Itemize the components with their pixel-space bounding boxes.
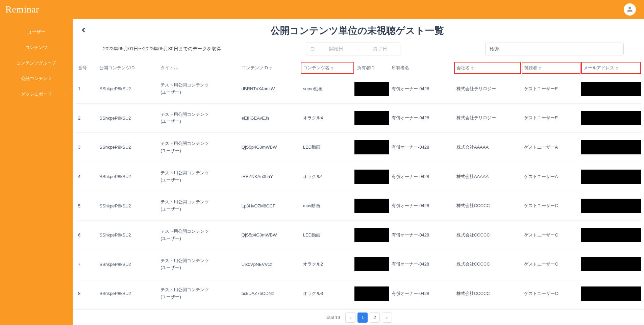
redacted-block [354,111,389,125]
date-range-note: 2022年05月01日〜2022年05月30日までのデータを取得 [103,46,221,52]
cell-title: テスト用公開コンテンツ(ユーザー) [158,103,239,133]
table-row: 1SShkpeP8kSU2テスト用公開コンテンツ(ユーザー)dBRNTuX4bm… [75,74,641,103]
date-range-picker[interactable]: 開始日 - 終了日 [306,43,400,55]
cell-cid: QjS5p4G3mWBW [239,220,300,250]
cell-cid: dBRNTuX4bmiW [239,74,300,103]
pagination-page-1[interactable]: 1 [357,312,368,323]
pagination-next[interactable]: › [382,312,392,323]
cell-company: 株式会社CCCCC [454,279,521,308]
cell-owner-id [354,74,389,103]
cell-title: テスト用公開コンテンツ(ユーザー) [158,162,239,191]
th-content-id[interactable]: コンテンツID [239,61,300,74]
cell-cname: オラクル4 [300,103,354,133]
cell-no: 8 [75,279,97,308]
cell-email [581,279,641,308]
cell-title: テスト用公開コンテンツ(ユーザー) [158,133,239,162]
sort-icon [331,67,333,70]
redacted-block [354,140,389,154]
cell-cname: LED動画 [300,220,354,250]
cell-pcid: SShkpeP8kSU2 [97,133,158,162]
th-label: メールアドレス [584,65,614,70]
cell-cname: オラクル2 [300,250,354,279]
cell-cid: QjS5p4G3mWBW [239,133,300,162]
sidebar-item-label: ユーザー [28,29,45,34]
cell-email [581,220,641,250]
cell-owner: 有償オーナー-0428 [389,250,454,279]
table-row: 4SShkpeP8kSU2テスト用公開コンテンツ(ユーザー)iREZNKAn0h… [75,162,641,191]
cell-viewer: ゲストユーザーC [521,250,580,279]
redacted-block [354,228,389,242]
sort-icon [269,67,272,70]
sidebar-item-label: コンテンツ [25,45,47,50]
sidebar-item-label: ダッシュボード [21,92,52,97]
cell-title: テスト用公開コンテンツ(ユーザー) [158,191,239,221]
table-row: 6SShkpeP8kSU2テスト用公開コンテンツ(ユーザー)QjS5p4G3mW… [75,220,641,250]
cell-no: 3 [75,133,97,162]
cell-title: テスト用公開コンテンツ(ユーザー) [158,220,239,250]
pagination-page-2[interactable]: 2 [370,312,380,323]
cell-email [581,191,641,221]
cell-viewer: ゲストユーザーC [521,191,580,221]
th-label: コンテンツ名 [303,65,329,70]
cell-viewer: ゲストユーザーE [521,74,580,103]
th-label: 会社名 [456,65,470,70]
cell-pcid: SShkpeP8kSU2 [97,103,158,133]
cell-email [581,133,641,162]
page-title: 公開コンテンツ単位の未視聴ゲスト一覧 [79,24,636,37]
sidebar-item-label: 公開コンテンツ [21,76,52,81]
cell-cname: sumo動画 [300,74,354,103]
cell-company: 株式会社テリロジー [454,103,521,133]
th-public-content-id[interactable]: 公開コンテンツID [97,61,158,74]
cell-owner: 有償オーナー-0428 [389,162,454,191]
th-label: 視聴者 [524,65,537,70]
user-icon [627,6,633,13]
cell-company: 株式会社CCCCC [454,191,521,221]
cell-viewer: ゲストユーザーE [521,103,580,133]
sidebar: ユーザー コンテンツ コンテンツグループ 公開コンテンツ ダッシュボード [0,19,73,325]
th-company[interactable]: 会社名 [454,61,521,74]
date-separator: - [357,46,359,52]
th-email[interactable]: メールアドレス [581,61,641,74]
th-no[interactable]: 番号 [75,61,97,74]
cell-no: 4 [75,162,97,191]
cell-company: 株式会社CCCCC [454,220,521,250]
redacted-block [581,286,641,301]
cell-title: テスト用公開コンテンツ(ユーザー) [158,74,239,103]
pagination-prev[interactable]: ‹ [345,312,355,323]
cell-owner: 有償オーナー-0428 [389,220,454,250]
sidebar-item-users[interactable]: ユーザー [0,24,73,40]
cell-no: 7 [75,250,97,279]
th-owner-id[interactable]: 所有者ID [354,61,389,74]
cell-email [581,250,641,279]
cell-pcid: SShkpeP8kSU2 [97,250,158,279]
th-label: タイトル [160,65,178,70]
cell-email [581,103,641,133]
table-row: 7SShkpeP8kSU2テスト用公開コンテンツ(ユーザー)Uix0VpNEVV… [75,250,641,279]
th-title[interactable]: タイトル [158,61,239,74]
cell-email [581,162,641,191]
cell-viewer: ゲストユーザーA [521,162,580,191]
table-row: 5SShkpeP8kSU2テスト用公開コンテンツ(ユーザー)Lp8HvO7M8O… [75,191,641,221]
search-input-wrapper [485,43,624,55]
sort-icon [539,67,541,70]
th-label: 番号 [78,65,87,70]
th-content-name[interactable]: コンテンツ名 [300,61,354,74]
redacted-block [581,82,641,96]
redacted-block [581,199,641,213]
search-input[interactable] [490,46,619,52]
redacted-block [354,82,389,96]
sidebar-item-dashboard[interactable]: ダッシュボード [0,86,73,102]
sidebar-item-public-contents[interactable]: 公開コンテンツ [0,71,73,86]
sidebar-item-content-groups[interactable]: コンテンツグループ [0,55,73,71]
user-avatar-button[interactable] [624,3,636,16]
th-viewer[interactable]: 視聴者 [521,61,580,74]
redacted-block [354,257,389,271]
sidebar-item-contents[interactable]: コンテンツ [0,40,73,55]
cell-pcid: SShkpeP8kSU2 [97,220,158,250]
th-owner-name[interactable]: 所有者名 [389,61,454,74]
cell-company: 株式会社AAAAA [454,162,521,191]
chevron-right-icon: › [386,315,388,320]
cell-cid: eEfIIGEAvEJs [239,103,300,133]
redacted-block [354,199,389,213]
cell-owner-id [354,220,389,250]
